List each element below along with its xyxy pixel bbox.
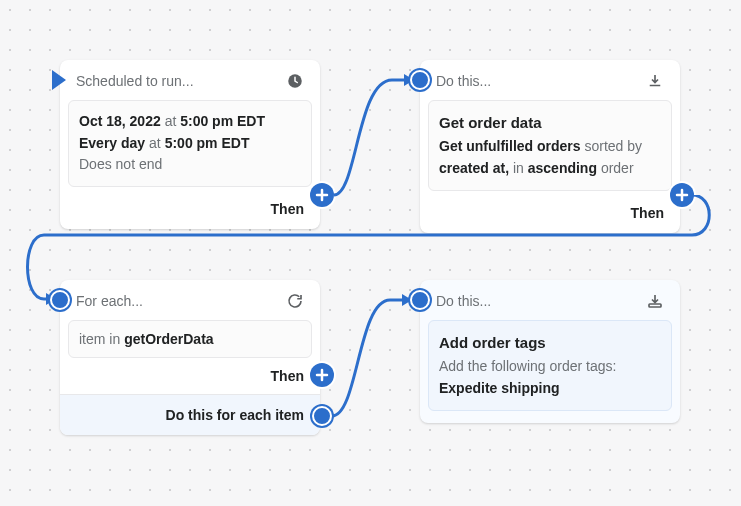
node-connector-dot: [312, 406, 332, 426]
then-label: Then: [60, 358, 320, 394]
add-step-button[interactable]: [310, 183, 334, 207]
card-title: Do this...: [436, 73, 491, 89]
then-label: Then: [60, 195, 320, 229]
foreach-expression: item in getOrderData: [68, 320, 312, 358]
card-title: Do this...: [436, 293, 491, 309]
play-icon: [52, 70, 66, 90]
card-header: Do this...: [420, 60, 680, 100]
foreach-footer: Do this for each item: [60, 394, 320, 435]
card-title: For each...: [76, 293, 143, 309]
add-step-button[interactable]: [670, 183, 694, 207]
connector-arrow: [332, 60, 422, 200]
foreach-card[interactable]: For each... item in getOrderData Then Do…: [60, 280, 320, 435]
action-details: Add order tags Add the following order t…: [428, 320, 672, 411]
card-title: Scheduled to run...: [76, 73, 194, 89]
card-header: For each...: [60, 280, 320, 320]
add-tags-card[interactable]: Do this... Add order tags Add the follow…: [420, 280, 680, 423]
node-connector-dot: [50, 290, 70, 310]
add-step-button[interactable]: [310, 363, 334, 387]
import-icon: [646, 292, 664, 310]
clock-icon: [286, 72, 304, 90]
loop-icon: [286, 292, 304, 310]
then-label: Then: [420, 199, 680, 233]
action-details: Get order data Get unfulfilled orders so…: [428, 100, 672, 191]
svg-rect-1: [649, 304, 661, 307]
node-connector-dot: [410, 70, 430, 90]
download-icon: [646, 72, 664, 90]
node-connector-dot: [410, 290, 430, 310]
connector-arrow: [330, 280, 422, 430]
schedule-details: Oct 18, 2022 at 5:00 pm EDT Every day at…: [68, 100, 312, 187]
card-header: Do this...: [420, 280, 680, 320]
get-orders-card[interactable]: Do this... Get order data Get unfulfille…: [420, 60, 680, 233]
card-header: Scheduled to run...: [60, 60, 320, 100]
scheduled-card[interactable]: Scheduled to run... Oct 18, 2022 at 5:00…: [60, 60, 320, 229]
